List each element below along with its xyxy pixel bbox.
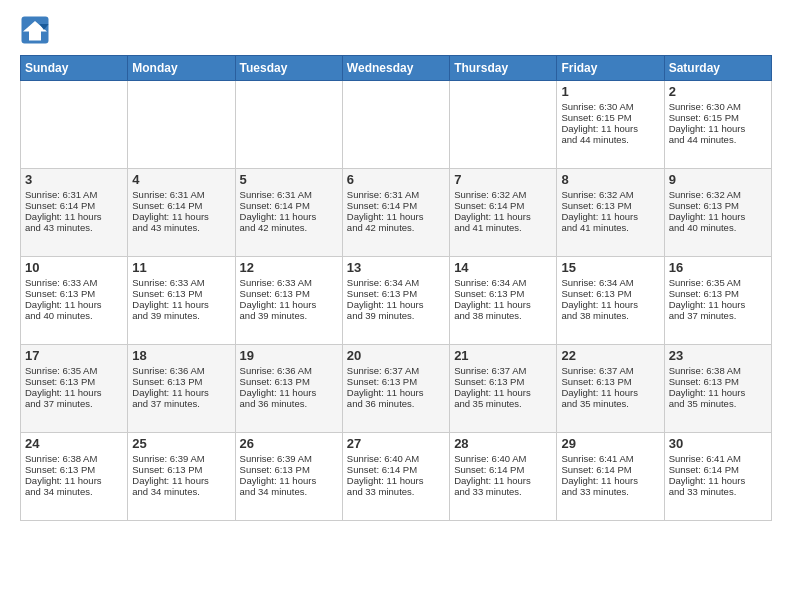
day-info: Daylight: 11 hours (240, 475, 338, 486)
day-info: Daylight: 11 hours (132, 387, 230, 398)
day-info: and 35 minutes. (561, 398, 659, 409)
day-info: Sunrise: 6:37 AM (347, 365, 445, 376)
day-info: and 34 minutes. (240, 486, 338, 497)
day-number: 7 (454, 172, 552, 187)
calendar-cell: 21Sunrise: 6:37 AMSunset: 6:13 PMDayligh… (450, 345, 557, 433)
day-info: Sunset: 6:13 PM (25, 376, 123, 387)
day-info: Sunset: 6:14 PM (669, 464, 767, 475)
calendar-cell: 30Sunrise: 6:41 AMSunset: 6:14 PMDayligh… (664, 433, 771, 521)
day-info: Sunset: 6:13 PM (669, 200, 767, 211)
day-info: and 42 minutes. (347, 222, 445, 233)
day-info: and 44 minutes. (561, 134, 659, 145)
day-info: and 39 minutes. (240, 310, 338, 321)
day-info: Daylight: 11 hours (132, 299, 230, 310)
day-number: 1 (561, 84, 659, 99)
day-info: Daylight: 11 hours (347, 475, 445, 486)
weekday-header: Friday (557, 56, 664, 81)
calendar-cell: 15Sunrise: 6:34 AMSunset: 6:13 PMDayligh… (557, 257, 664, 345)
calendar-week-row: 10Sunrise: 6:33 AMSunset: 6:13 PMDayligh… (21, 257, 772, 345)
calendar-cell: 10Sunrise: 6:33 AMSunset: 6:13 PMDayligh… (21, 257, 128, 345)
day-info: Sunset: 6:14 PM (347, 464, 445, 475)
day-info: and 33 minutes. (669, 486, 767, 497)
calendar-cell: 19Sunrise: 6:36 AMSunset: 6:13 PMDayligh… (235, 345, 342, 433)
day-number: 17 (25, 348, 123, 363)
day-info: and 37 minutes. (669, 310, 767, 321)
day-info: Sunrise: 6:33 AM (25, 277, 123, 288)
header (20, 15, 772, 45)
day-info: Sunset: 6:14 PM (347, 200, 445, 211)
calendar-cell (235, 81, 342, 169)
day-info: Sunset: 6:13 PM (25, 464, 123, 475)
day-number: 13 (347, 260, 445, 275)
day-info: Sunset: 6:13 PM (240, 288, 338, 299)
day-info: Sunset: 6:15 PM (669, 112, 767, 123)
day-info: Sunrise: 6:32 AM (454, 189, 552, 200)
calendar-week-row: 24Sunrise: 6:38 AMSunset: 6:13 PMDayligh… (21, 433, 772, 521)
calendar-week-row: 1Sunrise: 6:30 AMSunset: 6:15 PMDaylight… (21, 81, 772, 169)
day-info: and 37 minutes. (132, 398, 230, 409)
logo-icon (20, 15, 50, 45)
day-info: Sunset: 6:14 PM (454, 200, 552, 211)
day-info: Daylight: 11 hours (669, 299, 767, 310)
day-info: Sunrise: 6:31 AM (240, 189, 338, 200)
day-info: Daylight: 11 hours (132, 475, 230, 486)
day-number: 18 (132, 348, 230, 363)
weekday-header: Wednesday (342, 56, 449, 81)
day-info: and 36 minutes. (240, 398, 338, 409)
day-info: and 41 minutes. (561, 222, 659, 233)
calendar-cell: 12Sunrise: 6:33 AMSunset: 6:13 PMDayligh… (235, 257, 342, 345)
day-info: Sunrise: 6:40 AM (454, 453, 552, 464)
day-info: Daylight: 11 hours (454, 387, 552, 398)
day-number: 4 (132, 172, 230, 187)
logo (20, 15, 54, 45)
day-info: and 39 minutes. (132, 310, 230, 321)
day-number: 8 (561, 172, 659, 187)
day-info: Daylight: 11 hours (561, 123, 659, 134)
day-info: Sunrise: 6:34 AM (454, 277, 552, 288)
day-info: Sunrise: 6:31 AM (347, 189, 445, 200)
day-number: 28 (454, 436, 552, 451)
day-info: Sunset: 6:13 PM (454, 376, 552, 387)
day-info: Daylight: 11 hours (669, 211, 767, 222)
day-info: Daylight: 11 hours (240, 387, 338, 398)
weekday-header: Sunday (21, 56, 128, 81)
calendar-cell: 6Sunrise: 6:31 AMSunset: 6:14 PMDaylight… (342, 169, 449, 257)
day-info: and 33 minutes. (454, 486, 552, 497)
day-number: 12 (240, 260, 338, 275)
day-info: Daylight: 11 hours (347, 211, 445, 222)
day-info: Sunset: 6:13 PM (132, 464, 230, 475)
day-number: 26 (240, 436, 338, 451)
calendar-cell: 5Sunrise: 6:31 AMSunset: 6:14 PMDaylight… (235, 169, 342, 257)
day-number: 9 (669, 172, 767, 187)
day-info: and 34 minutes. (25, 486, 123, 497)
day-info: Sunset: 6:14 PM (561, 464, 659, 475)
day-info: Daylight: 11 hours (25, 475, 123, 486)
calendar-cell: 16Sunrise: 6:35 AMSunset: 6:13 PMDayligh… (664, 257, 771, 345)
day-number: 6 (347, 172, 445, 187)
day-info: Daylight: 11 hours (454, 475, 552, 486)
day-info: Sunrise: 6:31 AM (25, 189, 123, 200)
day-number: 2 (669, 84, 767, 99)
page: SundayMondayTuesdayWednesdayThursdayFrid… (0, 0, 792, 612)
day-info: Daylight: 11 hours (454, 299, 552, 310)
day-info: Sunrise: 6:35 AM (25, 365, 123, 376)
day-info: Daylight: 11 hours (347, 299, 445, 310)
day-info: Sunrise: 6:37 AM (454, 365, 552, 376)
day-number: 24 (25, 436, 123, 451)
day-info: Sunrise: 6:41 AM (669, 453, 767, 464)
day-info: Sunrise: 6:39 AM (132, 453, 230, 464)
calendar-cell: 24Sunrise: 6:38 AMSunset: 6:13 PMDayligh… (21, 433, 128, 521)
calendar-cell: 22Sunrise: 6:37 AMSunset: 6:13 PMDayligh… (557, 345, 664, 433)
calendar-header: SundayMondayTuesdayWednesdayThursdayFrid… (21, 56, 772, 81)
day-info: Sunrise: 6:36 AM (132, 365, 230, 376)
day-info: Daylight: 11 hours (240, 211, 338, 222)
weekday-header: Tuesday (235, 56, 342, 81)
day-info: Sunset: 6:13 PM (240, 376, 338, 387)
calendar-week-row: 3Sunrise: 6:31 AMSunset: 6:14 PMDaylight… (21, 169, 772, 257)
day-info: Sunset: 6:14 PM (25, 200, 123, 211)
day-info: Daylight: 11 hours (669, 123, 767, 134)
day-info: Daylight: 11 hours (454, 211, 552, 222)
day-info: and 43 minutes. (132, 222, 230, 233)
day-info: and 33 minutes. (561, 486, 659, 497)
day-info: and 35 minutes. (669, 398, 767, 409)
